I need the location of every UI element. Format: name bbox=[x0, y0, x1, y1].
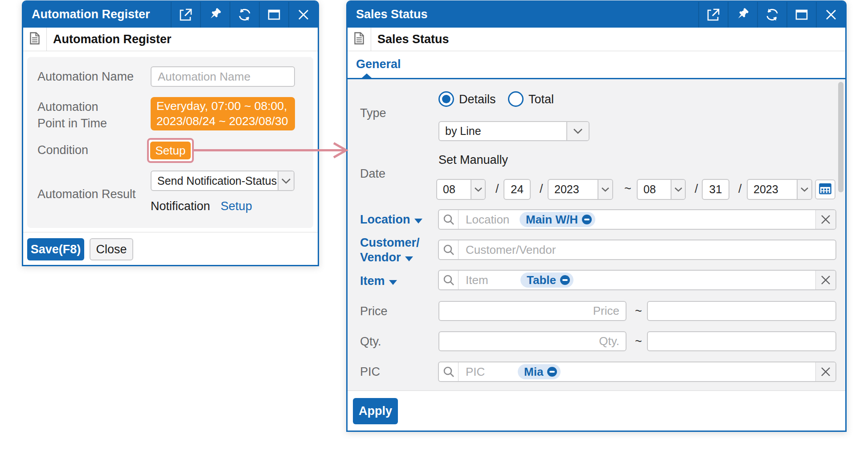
automation-result-label: Automation Result bbox=[37, 187, 136, 202]
automation-name-input[interactable] bbox=[151, 67, 294, 86]
window-controls bbox=[171, 2, 318, 28]
chevron-down-icon bbox=[797, 180, 811, 199]
label-dropdown-icon bbox=[414, 219, 422, 223]
page-title: Sales Status bbox=[377, 28, 449, 51]
document-icon-cell bbox=[348, 28, 371, 51]
footer-divider bbox=[23, 232, 318, 232]
notification-setup-link[interactable]: Setup bbox=[221, 199, 252, 213]
sales-status-titlebar: Sales Status bbox=[348, 2, 845, 28]
close-window-button[interactable] bbox=[816, 2, 845, 28]
customer-vendor-searchbox bbox=[438, 240, 836, 260]
from-day-input[interactable] bbox=[504, 180, 530, 199]
qty-range-tilde: ~ bbox=[635, 334, 642, 349]
automation-name-inputbox bbox=[151, 66, 295, 87]
pin-icon bbox=[735, 7, 750, 22]
dialog-title: Automation Register bbox=[32, 2, 150, 28]
pin-button[interactable] bbox=[200, 2, 229, 28]
item-tag: Table bbox=[520, 272, 573, 288]
from-month-select[interactable]: 08 bbox=[436, 179, 486, 200]
from-day-inputbox bbox=[504, 179, 531, 200]
document-icon-cell bbox=[23, 28, 47, 51]
clear-icon bbox=[820, 274, 831, 286]
clear-icon bbox=[820, 366, 831, 378]
maximize-button[interactable] bbox=[259, 2, 288, 28]
type-select[interactable]: by Line bbox=[438, 121, 590, 141]
document-icon bbox=[30, 32, 40, 46]
radio-total[interactable] bbox=[508, 91, 524, 107]
radio-details-label[interactable]: Details bbox=[459, 92, 496, 107]
date-range-tilde: ~ bbox=[624, 181, 631, 196]
search-icon bbox=[439, 210, 459, 229]
condition-setup-button[interactable]: Setup bbox=[150, 142, 191, 159]
automation-name-label: Automation Name bbox=[37, 69, 134, 84]
open-new-window-button[interactable] bbox=[171, 2, 200, 28]
item-label[interactable]: Item bbox=[360, 274, 397, 288]
calendar-button[interactable] bbox=[815, 179, 835, 199]
pic-tag: Mia bbox=[518, 364, 561, 379]
price-from-input[interactable] bbox=[439, 302, 626, 320]
chevron-down-icon bbox=[278, 171, 294, 190]
search-icon bbox=[439, 362, 459, 381]
location-input[interactable] bbox=[459, 213, 520, 227]
pic-searchbox: Mia bbox=[438, 362, 836, 382]
type-label: Type bbox=[360, 106, 386, 121]
location-label[interactable]: Location bbox=[360, 212, 422, 227]
qty-from-input[interactable] bbox=[439, 332, 626, 350]
customer-vendor-input[interactable] bbox=[459, 243, 637, 257]
qty-from-inputbox bbox=[438, 331, 626, 351]
from-year-select[interactable]: 2023 bbox=[548, 179, 613, 200]
to-year-select[interactable]: 2023 bbox=[747, 179, 812, 200]
page-title: Automation Register bbox=[53, 28, 172, 51]
open-new-window-icon bbox=[178, 7, 193, 22]
scrollbar-thumb[interactable] bbox=[838, 82, 843, 192]
tab-bar: General bbox=[348, 51, 845, 79]
close-button[interactable]: Close bbox=[90, 238, 133, 260]
search-icon bbox=[439, 271, 459, 289]
date-separator: / bbox=[540, 181, 543, 196]
maximize-icon bbox=[266, 7, 282, 22]
pin-icon bbox=[208, 7, 223, 22]
set-manually-label: Set Manually bbox=[438, 153, 508, 167]
item-searchbox: Table bbox=[438, 270, 836, 290]
maximize-icon bbox=[794, 7, 809, 22]
apply-button[interactable]: Apply bbox=[353, 398, 398, 424]
clear-icon bbox=[820, 214, 831, 225]
location-tag: Main W/H bbox=[520, 212, 595, 227]
refresh-button[interactable] bbox=[229, 2, 259, 28]
to-day-input[interactable] bbox=[703, 180, 729, 199]
label-dropdown-icon bbox=[405, 256, 413, 261]
open-new-window-button[interactable] bbox=[698, 2, 728, 28]
radio-details[interactable] bbox=[438, 91, 454, 107]
maximize-button[interactable] bbox=[786, 2, 816, 28]
close-icon bbox=[823, 7, 839, 22]
refresh-button[interactable] bbox=[757, 2, 786, 28]
sales-status-footer bbox=[348, 390, 845, 431]
item-clear-button[interactable] bbox=[815, 271, 835, 289]
document-icon bbox=[354, 32, 364, 46]
automation-result-select[interactable]: Send Notification-Status bbox=[151, 171, 295, 191]
price-label: Price bbox=[360, 304, 388, 319]
remove-tag-icon[interactable] bbox=[582, 215, 592, 224]
save-button[interactable]: Save(F8) bbox=[27, 238, 84, 260]
pic-input[interactable] bbox=[459, 365, 518, 379]
close-window-button[interactable] bbox=[288, 2, 318, 28]
to-month-select[interactable]: 08 bbox=[637, 179, 686, 200]
price-range-tilde: ~ bbox=[635, 304, 642, 319]
location-clear-button[interactable] bbox=[815, 210, 835, 229]
radio-total-label[interactable]: Total bbox=[528, 92, 554, 107]
qty-to-inputbox bbox=[647, 331, 836, 351]
remove-tag-icon[interactable] bbox=[560, 275, 570, 285]
customer-vendor-label[interactable]: Customer/ Vendor bbox=[360, 236, 420, 265]
qty-to-input[interactable] bbox=[648, 332, 835, 350]
price-to-input[interactable] bbox=[648, 302, 835, 320]
pin-button[interactable] bbox=[728, 2, 757, 28]
refresh-icon bbox=[764, 7, 780, 23]
item-input[interactable] bbox=[459, 273, 520, 287]
location-searchbox: Main W/H bbox=[438, 209, 836, 230]
date-separator: / bbox=[495, 181, 499, 196]
pic-clear-button[interactable] bbox=[815, 362, 835, 381]
remove-tag-icon[interactable] bbox=[547, 367, 557, 377]
point-in-time-value[interactable]: Everyday, 07:00 ~ 08:00, 2023/08/24 ~ 20… bbox=[151, 97, 295, 130]
notification-line: Notification Setup bbox=[151, 199, 252, 213]
open-new-window-icon bbox=[706, 7, 721, 22]
